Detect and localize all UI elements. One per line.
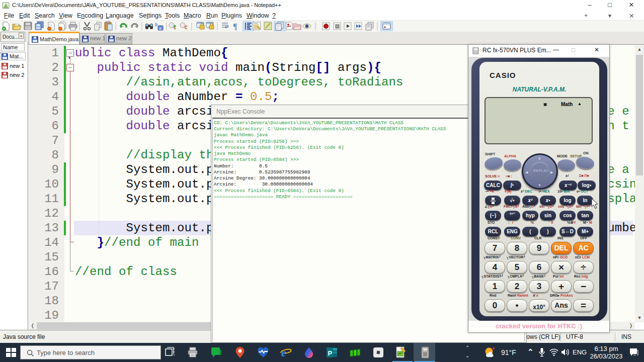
svg-text:¶: ¶ — [233, 22, 237, 31]
svg-text:e: e — [281, 346, 286, 358]
svg-text:P: P — [328, 349, 333, 357]
svg-text:a: a — [159, 26, 162, 31]
svg-text:b: b — [155, 22, 157, 27]
